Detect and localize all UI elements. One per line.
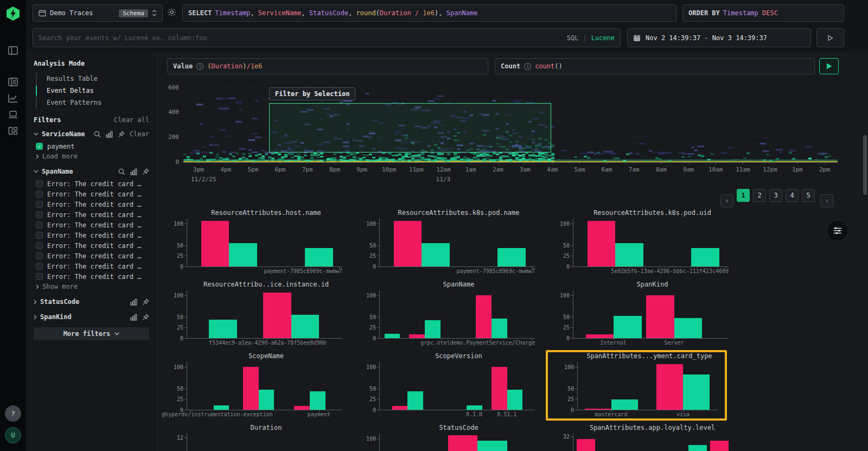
checkbox[interactable]	[36, 273, 43, 280]
filter-settings-fab[interactable]	[827, 220, 848, 242]
filter-value-item[interactable]: Error: The credit card …	[34, 230, 149, 240]
filter-group-header-statuscode[interactable]: StatusCode	[34, 297, 149, 307]
inlier-bar[interactable]	[422, 243, 449, 266]
outlier-bar[interactable]	[710, 441, 729, 451]
heatmap-selection-box[interactable]	[269, 103, 551, 153]
inlier-bar[interactable]	[229, 243, 257, 266]
search-icon[interactable]	[118, 168, 125, 175]
inlier-bar[interactable]	[674, 318, 702, 338]
checkbox[interactable]	[36, 211, 43, 218]
sidebar-toggle-icon[interactable]	[4, 42, 22, 59]
filter-value-item[interactable]: Error: The credit card …	[34, 179, 149, 189]
help-button[interactable]: ?	[5, 405, 21, 422]
user-avatar[interactable]: U	[5, 427, 21, 443]
outlier-bar[interactable]	[243, 367, 259, 410]
outlier-bar[interactable]	[263, 293, 291, 338]
checkbox[interactable]	[36, 201, 43, 208]
clear-filter-button[interactable]: Clear	[130, 130, 149, 138]
chart-explorer-icon[interactable]	[4, 90, 22, 106]
dashboards-icon[interactable]	[4, 123, 22, 139]
filter-value-item[interactable]: Error: The credit card …	[34, 271, 149, 282]
outlier-bar[interactable]	[588, 221, 615, 266]
pin-icon[interactable]	[118, 131, 125, 138]
inlier-bar[interactable]	[691, 248, 719, 266]
outlier-bar[interactable]	[476, 295, 492, 338]
checkbox[interactable]	[36, 221, 43, 228]
outlier-bar[interactable]	[577, 439, 595, 451]
delta-chart-resourceattribu-ice-instance-id[interactable]: ResourceAttribu..ice.instance.id10050250…	[163, 281, 350, 349]
duration-heatmap[interactable]: 6004002000Filter by Selection3pm4pm5pm6p…	[163, 84, 842, 190]
delta-chart-scopename[interactable]: ScopeName10050250@hyperdx/instrumentatio…	[163, 352, 350, 421]
inlier-bar[interactable]	[688, 445, 707, 451]
inlier-bar[interactable]	[477, 441, 507, 451]
filter-value-item[interactable]: Error: The credit card …	[34, 261, 149, 271]
delta-chart-resourceattributes-k8s-pod-name[interactable]: ResourceAttributes.k8s.pod.name10050250p…	[355, 209, 542, 277]
outlier-bar[interactable]	[586, 334, 614, 338]
outlier-bar[interactable]	[294, 406, 310, 410]
page-next-button[interactable]: ›	[820, 194, 833, 207]
source-selector[interactable]: Demo Traces Schema	[33, 4, 163, 22]
outlier-bar[interactable]	[394, 221, 422, 266]
mode-sql[interactable]: SQL	[567, 34, 579, 42]
inlier-bar[interactable]	[305, 248, 333, 266]
analysis-mode-event-patterns[interactable]: Event Patterns	[37, 97, 149, 109]
filter-group-header-servicename[interactable]: ServiceNameClear	[34, 129, 149, 139]
filter-value-item[interactable]: Error: The credit card …	[34, 220, 149, 230]
show-more-link[interactable]: Show more	[34, 282, 149, 291]
value-expression-input[interactable]: Value i (Duration)/1e6	[167, 58, 488, 74]
vertical-scrollbar[interactable]	[863, 135, 867, 195]
filter-value-item[interactable]: Error: The credit card …	[34, 251, 149, 261]
filter-group-header-spankind[interactable]: SpanKind	[34, 312, 149, 322]
heatmap-plot[interactable]: Filter by Selection	[183, 85, 838, 162]
filter-value-item[interactable]: Error: The credit card …	[34, 189, 149, 199]
checkbox[interactable]	[36, 252, 43, 259]
inlier-bar[interactable]	[310, 391, 326, 410]
page-button-5[interactable]: 5	[802, 189, 815, 202]
mode-lucene[interactable]: Lucene	[591, 34, 615, 42]
page-button-1[interactable]: 1	[737, 189, 750, 202]
filter-group-header-spanname[interactable]: SpanName	[34, 167, 149, 176]
bar-chart-icon[interactable]	[130, 314, 137, 321]
sessions-icon[interactable]	[4, 106, 22, 123]
inlier-bar[interactable]	[615, 243, 643, 266]
page-prev-button[interactable]: ‹	[720, 194, 733, 207]
delta-chart-statuscode[interactable]: StatusCode100	[355, 424, 542, 451]
hyperdx-logo-icon[interactable]	[5, 5, 21, 22]
bar-chart-icon[interactable]	[130, 298, 137, 306]
chevron-updown-icon[interactable]	[152, 9, 157, 17]
page-button-2[interactable]: 2	[753, 189, 766, 202]
inlier-bar[interactable]	[407, 391, 423, 410]
pin-icon[interactable]	[142, 168, 149, 175]
inlier-bar[interactable]	[209, 320, 237, 338]
checkbox[interactable]	[36, 242, 43, 249]
inlier-bar[interactable]	[259, 390, 275, 410]
inlier-bar[interactable]	[492, 319, 507, 338]
checkbox[interactable]	[36, 190, 43, 198]
delta-chart-scopeversion[interactable]: ScopeVersion100502500.1.00.51.1	[355, 352, 542, 421]
bar-chart-icon[interactable]	[106, 131, 113, 138]
search-icon[interactable]	[94, 131, 101, 138]
checkbox[interactable]	[36, 232, 43, 239]
outlier-bar[interactable]	[409, 334, 425, 338]
checkbox[interactable]	[36, 263, 43, 270]
gear-icon[interactable]	[167, 8, 176, 17]
more-filters-button[interactable]: More filters	[34, 327, 149, 340]
filter-by-selection-button[interactable]: Filter by Selection	[269, 87, 355, 100]
load-more-link[interactable]: Load more	[34, 151, 149, 161]
delta-chart-resourceattributes-host-name[interactable]: ResourceAttributes.host.name10050250paym…	[163, 209, 350, 277]
outlier-bar[interactable]	[448, 435, 477, 451]
search-events-icon[interactable]	[4, 74, 22, 90]
count-expression-input[interactable]: Count i count()	[495, 58, 815, 74]
outlier-bar[interactable]	[492, 367, 507, 410]
inlier-bar[interactable]	[291, 315, 319, 338]
orderby-clause-input[interactable]: ORDER BY Timestamp DESC	[682, 4, 844, 22]
select-clause-input[interactable]: SELECT Timestamp, ServiceName, StatusCod…	[182, 4, 676, 22]
delta-chart-duration[interactable]: Duration12	[163, 424, 350, 451]
date-range-picker[interactable]: Nov 2 14:39:37 - Nov 3 14:39:37	[627, 28, 811, 47]
delta-chart-spankind[interactable]: SpanKind10050250InternalServer	[549, 281, 736, 349]
page-button-3[interactable]: 3	[769, 189, 782, 202]
filter-value-item[interactable]: ✓payment	[34, 141, 149, 151]
delta-chart-spanattributes-app-loyalty-level[interactable]: SpanAttributes.app.loyalty.level32	[549, 424, 736, 451]
clear-all-button[interactable]: Clear all	[114, 116, 149, 124]
outlier-bar[interactable]	[201, 221, 229, 266]
